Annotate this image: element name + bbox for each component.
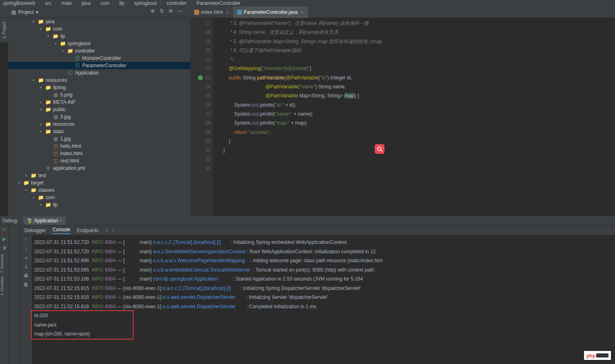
tree-row[interactable]: ▾📁public [8,106,190,113]
rerun-icon[interactable]: ↻ [0,226,9,235]
file-icon [237,10,242,15]
target-icon[interactable]: ⊕ [151,8,155,14]
tree-arrow[interactable]: ▾ [40,86,45,90]
step-icon[interactable]: ≡ [105,228,108,233]
tree-arrow[interactable]: ▾ [33,20,37,24]
tree-label: hello.html [60,143,81,149]
favorites-tab[interactable]: 2: Favorites [0,275,4,297]
line-number: 20 [205,46,211,55]
tree-row[interactable]: ▾📁com [8,25,190,33]
close-icon[interactable]: × [226,9,229,15]
tree-arrow[interactable]: ▾ [33,195,37,200]
step-out-icon[interactable]: ↑ [125,228,127,233]
tree-row[interactable]: ⚙application.yml [8,164,190,172]
tree-row[interactable]: ▾📁resources [8,77,190,84]
tree-row[interactable]: ⒸParameterController [8,62,190,69]
gear-icon[interactable]: ⚙ [169,8,173,14]
stdout-line: id-200 [34,311,615,320]
breadcrumb-item[interactable]: springboot [133,0,158,6]
left-sidebar-bottom: 7: Structure 2: Favorites [0,252,8,364]
breadcrumb-item[interactable]: java [80,0,92,6]
close-icon[interactable]: × [59,218,62,224]
breadcrumb-item[interactable]: main [60,0,73,6]
tree-row[interactable]: ▾📁springboot [8,40,190,47]
hide-icon[interactable]: — [178,8,183,14]
tree-arrow[interactable]: ▾ [40,203,45,207]
tree-arrow[interactable]: ▾ [25,188,30,192]
tree-arrow[interactable]: ▾ [18,181,23,185]
resume-icon[interactable]: ▶ [0,235,9,243]
line-number: 31 [205,146,211,155]
tree-row[interactable]: ▦5.png [8,91,190,99]
line-number: 32 [205,155,211,164]
tree-arrow[interactable]: ▾ [40,27,45,31]
expand-icon[interactable]: ⇅ [160,8,164,14]
tree-arrow[interactable]: ▾ [33,78,37,82]
breadcrumb-item[interactable]: controller [165,0,188,6]
step-into-icon[interactable]: ↓ [119,228,121,233]
tree-row[interactable]: ◫rest.html [8,157,190,164]
tree-row[interactable]: ▾📁llp [8,201,190,208]
yml-icon: ⚙ [45,165,51,171]
editor-tab[interactable]: index.html× [190,7,233,18]
breadcrumb-item[interactable]: springBootweb [2,0,36,6]
tree-arrow[interactable]: ▸ [40,122,45,126]
tree-row[interactable]: ⒸApplication [8,69,190,77]
tree-row[interactable]: ▾📁java [8,18,190,25]
tree-arrow[interactable]: ▾ [40,129,45,134]
tree-row[interactable]: ▾📁com [8,194,190,201]
tree-arrow[interactable]: ▸ [40,100,45,104]
toolbar-icons: ⊕ ⇅ ⚙ — [147,8,187,14]
tree-label: rest.html [60,158,79,164]
tree-row[interactable]: ▦3.jpg [8,113,190,121]
tree-arrow[interactable]: ▾ [47,34,52,38]
close-icon[interactable]: × [301,9,304,15]
project-label-text: Project [18,9,33,15]
project-tree[interactable]: ▾📁java▾📁com▾📁llp▾📁springboot▾📁controller… [8,18,190,216]
project-side-tab[interactable]: 1: Project [0,18,8,42]
tree-label: ParameterController [82,63,126,68]
console-output[interactable]: 2022-07-31 21:51:52.720 INFO 6884 --- [ … [32,235,615,364]
debug-tab-endpoints[interactable]: Endpoints [77,228,99,233]
up-icon[interactable]: ↑ [20,235,32,244]
down-icon[interactable]: ↓ [20,244,32,253]
clear-icon[interactable]: 🗑 [20,280,32,289]
breadcrumb-item[interactable]: src [44,0,53,6]
project-tool-label[interactable]: ▤ Project ▾ [0,9,42,15]
tree-row[interactable]: ▦1.jpg [8,135,190,143]
tree-row[interactable]: ▾📁static [8,128,190,135]
pause-icon[interactable]: ⏸ [0,243,9,252]
breadcrumb-item[interactable]: llp [118,0,125,6]
tree-row[interactable]: ▾📁llpimg [8,84,190,91]
debug-app-tab[interactable]: 🍃 Application × [23,217,66,225]
tree-arrow[interactable]: ▾ [62,49,67,53]
tree-row[interactable]: ▾📁classes [8,186,190,194]
line-number: 18 [205,28,211,37]
tree-row[interactable]: ⒸMonsterController [8,55,190,62]
breadcrumb-item[interactable]: com [99,0,111,6]
tree-arrow[interactable]: ▸ [25,173,30,178]
debug-tab-debugger[interactable]: Debugger [24,228,46,233]
debug-tab-console[interactable]: Console [53,227,70,234]
tree-row[interactable]: ▾📁target [8,179,190,186]
tree-arrow[interactable]: ▾ [40,107,45,112]
print-icon[interactable]: 🖶 [20,271,32,280]
tree-row[interactable]: ▸📁test [8,172,190,179]
tree-row[interactable]: ▾📁controller [8,47,190,55]
tree-row[interactable]: ◫index.html [8,150,190,157]
wrap-icon[interactable]: ⤶ [20,253,32,262]
tree-row[interactable]: ▾📁llp [8,33,190,40]
code-editor[interactable]: * 3. @PathVariable("name") : 这里name 和{na… [213,18,615,216]
scroll-icon[interactable]: ⤓ [20,262,32,271]
tree-arrow[interactable]: ▾ [55,42,59,46]
editor-tab[interactable]: ParameterController.java× [233,7,308,18]
step-over-icon[interactable]: ⤵ [112,228,114,233]
breadcrumb-item[interactable]: ParameterController [195,0,242,6]
tree-row[interactable]: ▸📁META-INF [8,99,190,106]
run-gutter-icon[interactable] [198,75,203,80]
tree-row[interactable]: ▸📁resources [8,121,190,128]
tree-row[interactable]: ◫hello.html [8,143,190,150]
search-icon[interactable] [375,144,384,154]
folder-icon: 📁 [23,180,29,186]
structure-tab[interactable]: 7: Structure [0,252,4,275]
